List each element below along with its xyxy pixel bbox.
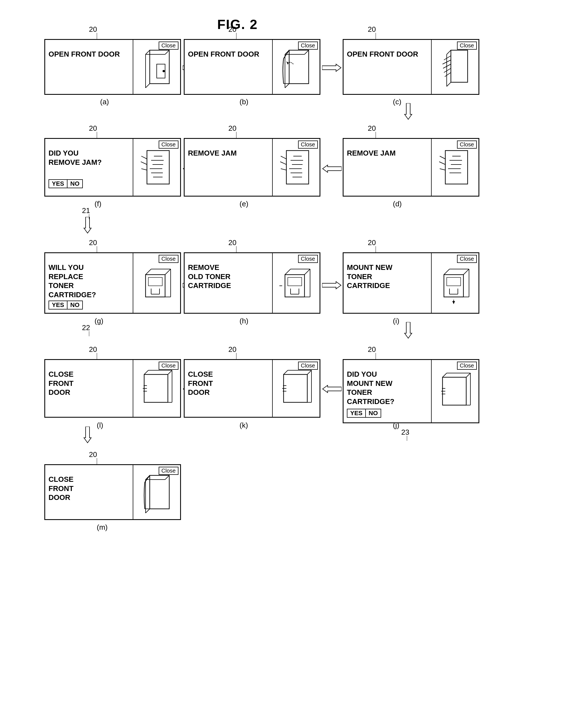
svg-line-108 xyxy=(307,370,311,374)
no-j[interactable]: NO xyxy=(366,409,381,418)
svg-line-73 xyxy=(285,269,290,275)
screen-h-text: REMOVEOLD TONERCARTRIDGE xyxy=(188,263,231,290)
label-m: (m) xyxy=(97,523,108,532)
label-e: (e) xyxy=(239,200,249,208)
ref-21: 21 xyxy=(82,206,90,215)
svg-line-84 xyxy=(444,269,450,275)
line-f-top xyxy=(97,132,97,138)
arrow-i-down xyxy=(404,322,412,340)
svg-marker-18 xyxy=(322,64,341,71)
svg-line-74 xyxy=(304,269,310,275)
screen-l-text: CLOSEFRONTDOOR xyxy=(49,370,74,397)
ref-h-top: 20 xyxy=(228,238,236,247)
svg-line-85 xyxy=(463,269,469,275)
line-m-top xyxy=(97,458,97,464)
icon-a xyxy=(138,45,175,89)
svg-line-59 xyxy=(440,169,445,170)
icon-j xyxy=(437,369,473,414)
icon-h xyxy=(278,261,314,305)
label-b: (b) xyxy=(239,98,249,106)
label-f: (f) xyxy=(95,200,101,208)
screen-c-text: OPEN FRONT DOOR xyxy=(347,50,418,59)
screen-h: Close REMOVEOLD TONERCARTRIDGE xyxy=(184,252,321,314)
svg-rect-106 xyxy=(284,374,307,402)
ref-22: 22 xyxy=(82,323,90,332)
yes-j[interactable]: YES xyxy=(347,409,366,418)
ref-i-top: 20 xyxy=(368,238,376,247)
svg-line-26 xyxy=(444,68,451,73)
svg-line-38 xyxy=(142,169,147,170)
label-d: (d) xyxy=(393,200,402,208)
svg-line-98 xyxy=(168,370,172,374)
screen-l: Close CLOSEFRONTDOOR xyxy=(44,359,181,418)
ref-c-top: 20 xyxy=(368,25,376,34)
svg-rect-0 xyxy=(150,50,169,84)
svg-marker-50 xyxy=(323,165,341,172)
ref-g-top: 20 xyxy=(89,238,97,247)
svg-rect-40 xyxy=(286,151,309,184)
line-a-top xyxy=(97,33,97,39)
screen-e: Close REMOVE JAM xyxy=(184,138,321,197)
screen-f: Close DID YOUREMOVE JAM? YES NO xyxy=(44,138,181,197)
no-g[interactable]: NO xyxy=(68,301,83,310)
svg-line-132 xyxy=(145,475,150,483)
label-j: (j) xyxy=(393,421,399,430)
svg-line-57 xyxy=(440,156,445,159)
svg-line-2 xyxy=(165,50,169,54)
svg-line-37 xyxy=(141,162,147,164)
line-i-top xyxy=(376,246,376,252)
svg-marker-28 xyxy=(405,103,412,119)
screen-g-text: WILL YOUREPLACETONERCARTRIDGE? xyxy=(49,263,96,299)
screen-g-yesno: YES NO xyxy=(49,301,83,310)
svg-rect-78 xyxy=(288,278,302,286)
ref-m-top: 20 xyxy=(89,450,97,459)
screen-i: Close MOUNT NEWTONERCARTRIDGE xyxy=(343,252,479,314)
yes-f[interactable]: YES xyxy=(49,179,68,188)
ref-e-top: 20 xyxy=(228,124,236,133)
svg-rect-51 xyxy=(445,151,467,184)
svg-marker-60 xyxy=(84,217,91,233)
yes-g[interactable]: YES xyxy=(49,301,68,310)
icon-e xyxy=(278,145,314,190)
svg-rect-126 xyxy=(150,475,169,509)
screen-a-text: OPEN FRONT DOOR xyxy=(49,50,120,59)
no-f[interactable]: NO xyxy=(68,179,83,188)
icon-f xyxy=(138,145,175,190)
svg-line-49 xyxy=(281,169,286,170)
ref-f-top: 20 xyxy=(89,124,97,133)
ref-l-top: 20 xyxy=(89,345,97,354)
svg-line-118 xyxy=(466,373,470,377)
line-j-top xyxy=(376,353,376,359)
screen-e-text: REMOVE JAM xyxy=(188,149,237,158)
screen-c: Close OPEN FRONT DOOR xyxy=(343,39,479,95)
screen-d-text: REMOVE JAM xyxy=(347,149,396,158)
ref-j-top: 20 xyxy=(368,345,376,354)
svg-point-7 xyxy=(162,70,165,72)
svg-line-97 xyxy=(144,370,148,374)
line-h-top xyxy=(236,246,236,252)
svg-marker-17 xyxy=(286,61,288,65)
svg-rect-96 xyxy=(144,374,168,402)
icon-b xyxy=(278,45,314,89)
screen-m: Close CLOSEFRONTDOOR xyxy=(44,464,181,520)
screen-g: Close WILL YOUREPLACETONERCARTRIDGE? YES… xyxy=(44,252,181,314)
icon-d xyxy=(437,145,473,190)
svg-marker-95 xyxy=(405,322,412,338)
svg-line-11 xyxy=(304,50,309,54)
svg-line-22 xyxy=(447,82,451,86)
screen-a: Close OPEN FRONT DOOR xyxy=(44,39,181,95)
line-l-top xyxy=(97,353,97,359)
ref-23: 23 xyxy=(401,428,409,437)
screen-k-text: CLOSEFRONTDOOR xyxy=(188,370,213,397)
screen-m-text: CLOSEFRONTDOOR xyxy=(49,475,74,502)
svg-marker-125 xyxy=(84,426,91,443)
line-d-top xyxy=(376,132,376,138)
label-k: (k) xyxy=(239,421,248,430)
svg-marker-115 xyxy=(323,385,341,393)
icon-m xyxy=(138,470,175,514)
label-a: (a) xyxy=(100,98,109,106)
screen-i-text: MOUNT NEWTONERCARTRIDGE xyxy=(347,263,392,290)
svg-line-131 xyxy=(146,509,150,513)
ref-a-top: 20 xyxy=(89,25,97,34)
icon-c xyxy=(437,45,473,89)
